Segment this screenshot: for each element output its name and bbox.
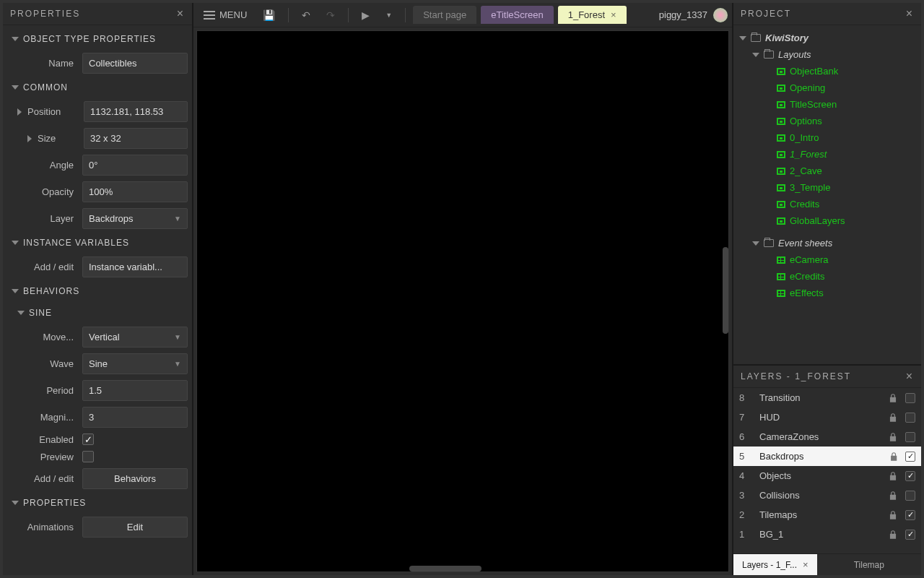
button-instance-vars[interactable]: Instance variabl... — [82, 256, 188, 277]
tab-layers[interactable]: Layers - 1_F...× — [733, 554, 817, 575]
layer-row[interactable]: 6 CameraZones — [733, 427, 921, 447]
scrollbar-vertical[interactable] — [723, 247, 728, 334]
layout-icon — [777, 184, 785, 191]
tree-label: 3_Temple — [790, 182, 830, 193]
close-icon[interactable]: × — [611, 9, 616, 20]
layer-row[interactable]: 3 Collisions — [733, 486, 921, 505]
tree-item[interactable]: eCamera — [736, 251, 918, 268]
section-behaviors[interactable]: BEHAVIORS — [7, 280, 188, 302]
layer-number: 6 — [739, 431, 752, 442]
lock-icon[interactable] — [888, 471, 898, 481]
label-movement: Move... — [7, 332, 77, 342]
right-panels: PROJECT × KiwiStoryLayoutsObjectBankOpen… — [732, 3, 921, 575]
lock-icon[interactable] — [888, 530, 898, 540]
project-tree: KiwiStoryLayoutsObjectBankOpeningTitleSc… — [733, 25, 921, 364]
tree-item[interactable]: 3_Temple — [736, 179, 918, 196]
checkbox-visible[interactable]: ✓ — [905, 530, 915, 540]
select-layer[interactable]: Backdrops▼ — [82, 208, 188, 229]
tree-item[interactable]: eCredits — [736, 268, 918, 285]
tree-item[interactable]: Options — [736, 113, 918, 129]
checkbox-visible[interactable]: ✓ — [905, 510, 915, 520]
select-wave[interactable]: Sine▼ — [82, 353, 188, 374]
lock-icon[interactable] — [888, 491, 898, 501]
checkbox-visible[interactable]: ✓ — [905, 471, 915, 481]
close-icon[interactable]: × — [906, 370, 914, 383]
input-size[interactable]: 32 x 32 — [84, 128, 188, 149]
layout-canvas[interactable] — [196, 30, 729, 572]
tab-event-sheet[interactable]: eTitleScreen — [481, 6, 554, 24]
lock-icon[interactable] — [888, 432, 898, 442]
save-icon[interactable]: 💾 — [257, 7, 281, 24]
layer-row[interactable]: 2 Tilemaps ✓ — [733, 505, 921, 525]
tree-item[interactable]: TitleScreen — [736, 96, 918, 113]
section-object-type[interactable]: OBJECT TYPE PROPERTIES — [7, 28, 188, 50]
checkbox-preview[interactable] — [82, 451, 94, 462]
layer-row[interactable]: 1 BG_1 ✓ — [733, 525, 921, 544]
layout-icon — [777, 68, 785, 75]
input-opacity[interactable]: 100% — [82, 181, 188, 202]
tree-item[interactable]: GlobalLayers — [736, 212, 918, 229]
section-sine[interactable]: SINE — [7, 302, 188, 324]
layer-row[interactable]: 4 Objects ✓ — [733, 466, 921, 486]
input-name[interactable]: Collectibles — [82, 53, 188, 74]
close-icon[interactable]: × — [803, 559, 808, 570]
layer-row[interactable]: 7 HUD — [733, 407, 921, 427]
tree-item[interactable]: KiwiStory — [736, 30, 918, 46]
tree-label: eEffects — [790, 288, 824, 298]
section-properties[interactable]: PROPERTIES — [7, 492, 188, 514]
tree-item[interactable]: 0_Intro — [736, 129, 918, 146]
layers-panel: LAYERS - 1_FOREST × 8 Transition 7 HUD 6… — [733, 364, 921, 575]
tab-tilemap[interactable]: Tilemap — [817, 554, 921, 575]
button-behaviors[interactable]: Behaviors — [82, 468, 188, 489]
checkbox-visible[interactable]: ✓ — [905, 452, 915, 462]
undo-icon[interactable]: ↶ — [296, 7, 316, 24]
input-period[interactable]: 1.5 — [82, 380, 188, 401]
close-icon[interactable]: × — [177, 7, 185, 20]
input-angle[interactable]: 0° — [82, 155, 188, 176]
chevron-icon — [739, 36, 746, 40]
tree-label: Options — [790, 116, 822, 126]
tree-label: 2_Cave — [790, 165, 822, 176]
checkbox-visible[interactable] — [905, 491, 915, 501]
checkbox-visible[interactable] — [905, 413, 915, 423]
select-movement[interactable]: Vertical▼ — [82, 327, 188, 348]
checkbox-enabled[interactable]: ✓ — [82, 434, 94, 445]
section-instance-vars[interactable]: INSTANCE VARIABLES — [7, 232, 188, 254]
tab-start-page[interactable]: Start page — [413, 6, 476, 24]
tree-item[interactable]: Event sheets — [736, 235, 918, 251]
tree-item[interactable]: Layouts — [736, 46, 918, 63]
play-dropdown-icon[interactable]: ▼ — [380, 9, 398, 22]
menu-button[interactable]: MENU — [198, 7, 253, 23]
redo-icon[interactable]: ↷ — [321, 7, 341, 24]
button-edit[interactable]: Edit — [82, 517, 188, 538]
unlock-icon[interactable] — [888, 452, 898, 462]
properties-header: PROPERTIES × — [3, 3, 192, 25]
layer-row[interactable]: 8 Transition — [733, 388, 921, 407]
checkbox-visible[interactable] — [905, 393, 915, 403]
tree-label: eCamera — [790, 254, 828, 265]
label-angle: Angle — [7, 160, 77, 171]
input-position[interactable]: 1132.181, 118.53 — [84, 101, 188, 122]
label-animations: Animations — [7, 522, 77, 532]
tree-item[interactable]: Opening — [736, 79, 918, 96]
layer-row[interactable]: 5 Backdrops ✓ — [733, 447, 921, 466]
tree-item[interactable]: Credits — [736, 196, 918, 212]
lock-icon[interactable] — [888, 510, 898, 520]
close-icon[interactable]: × — [906, 7, 914, 20]
tree-item[interactable]: ObjectBank — [736, 63, 918, 79]
checkbox-visible[interactable] — [905, 432, 915, 442]
scrollbar-horizontal[interactable] — [409, 566, 481, 571]
layout-icon — [777, 151, 785, 158]
tree-item[interactable]: 2_Cave — [736, 163, 918, 179]
tab-layout-active[interactable]: 1_Forest× — [558, 6, 627, 24]
lock-icon[interactable] — [888, 413, 898, 423]
section-common[interactable]: COMMON — [7, 77, 188, 98]
chevron-right-icon[interactable] — [27, 135, 32, 142]
tree-item[interactable]: eEffects — [736, 285, 918, 301]
lock-icon[interactable] — [888, 393, 898, 403]
play-icon[interactable]: ▶ — [356, 7, 375, 24]
tree-item[interactable]: 1_Forest — [736, 146, 918, 163]
chevron-right-icon[interactable] — [17, 108, 22, 116]
input-magnitude[interactable]: 3 — [82, 407, 188, 428]
avatar-icon[interactable] — [713, 8, 728, 22]
